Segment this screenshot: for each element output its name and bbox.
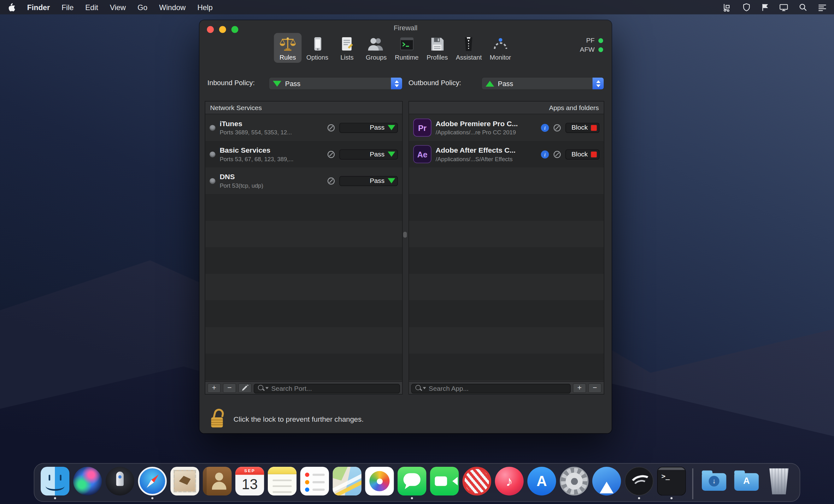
toolbar-monitor[interactable]: Monitor <box>486 33 514 63</box>
app-action-button[interactable]: Block <box>565 123 599 133</box>
dock-photos[interactable] <box>365 467 394 500</box>
firewall-status-icon[interactable] <box>723 3 732 12</box>
toolbar-assistant[interactable]: Assistant <box>453 33 485 63</box>
gauge-icon[interactable] <box>553 150 561 158</box>
dock-app-store[interactable]: A <box>527 467 556 500</box>
dock-notes[interactable] <box>268 467 297 500</box>
apps-header: Apps and folders <box>409 102 604 114</box>
dock-maps[interactable] <box>333 467 361 500</box>
menu-item-view[interactable]: View <box>104 3 132 12</box>
toolbar-lists[interactable]: Lists <box>333 33 361 63</box>
shield-icon[interactable] <box>743 3 750 12</box>
app-action-button[interactable]: Block <box>565 149 599 159</box>
pane-splitter-handle[interactable] <box>403 232 407 238</box>
edit-service-button[interactable] <box>238 383 251 393</box>
gauge-icon[interactable] <box>553 124 561 132</box>
toolbar-profiles[interactable]: Profiles <box>423 33 451 63</box>
firewall-window: Firewall Rules Options Lists <box>199 20 612 433</box>
service-row-basic-services[interactable]: Basic Services Ports 53, 67, 68, 123, 38… <box>205 141 402 168</box>
monitor-icon <box>490 35 511 54</box>
service-action-button[interactable]: Pass <box>339 123 398 133</box>
apple-menu-icon[interactable] <box>7 3 16 12</box>
system-preferences-icon <box>560 467 589 496</box>
app-row-aftereffects[interactable]: Ae Adobe After Effects C... /Application… <box>409 141 604 168</box>
dock-calendar[interactable]: SEP13 <box>235 467 264 500</box>
running-indicator <box>151 497 154 499</box>
dock-terminal[interactable]: >_ <box>657 467 686 500</box>
add-app-button[interactable]: + <box>573 383 586 393</box>
dock-reminders[interactable] <box>300 467 329 500</box>
dock-news[interactable] <box>462 467 491 500</box>
spotlight-icon[interactable] <box>799 3 808 12</box>
info-icon[interactable]: i <box>541 150 549 158</box>
info-icon[interactable]: i <box>541 124 549 132</box>
menu-item-go[interactable]: Go <box>132 3 153 12</box>
inbound-policy-select[interactable]: Pass <box>269 77 403 90</box>
toolbar-rules[interactable]: Rules <box>274 33 302 63</box>
dock-applications-folder[interactable]: A <box>732 467 761 500</box>
afw-status: AFW <box>580 45 603 54</box>
notification-center-icon[interactable] <box>818 3 827 11</box>
calendar-day: 13 <box>235 475 264 494</box>
service-action-button[interactable]: Pass <box>339 176 398 186</box>
menu-item-finder[interactable]: Finder <box>24 3 56 12</box>
dock-mail[interactable] <box>170 467 199 500</box>
app-search-input[interactable] <box>411 384 571 393</box>
unlocked-padlock-icon[interactable] <box>210 407 226 431</box>
dock-facetime[interactable] <box>430 467 459 500</box>
menu-item-edit[interactable]: Edit <box>80 3 104 12</box>
dock-contacts[interactable] <box>203 467 232 500</box>
menu-item-file[interactable]: File <box>56 3 80 12</box>
dock-finder[interactable] <box>41 467 69 500</box>
menu-item-window[interactable]: Window <box>153 3 192 12</box>
service-row-itunes[interactable]: iTunes Ports 3689, 554, 5353, 12... Pass <box>205 114 402 141</box>
display-icon[interactable] <box>779 3 788 12</box>
app-store-icon: A <box>527 467 556 496</box>
contacts-icon <box>203 467 232 496</box>
gauge-icon[interactable] <box>327 150 335 158</box>
assistant-icon <box>456 35 482 54</box>
service-row-dns[interactable]: DNS Port 53(tcp, udp) Pass <box>205 168 402 194</box>
dock-separator <box>693 468 693 499</box>
dock-blue-app[interactable] <box>592 467 621 500</box>
dock-siri[interactable] <box>73 467 102 500</box>
remove-service-button[interactable]: − <box>223 383 236 393</box>
port-search-input[interactable] <box>254 384 400 393</box>
finder-icon <box>41 467 69 496</box>
dock-messages[interactable] <box>397 467 426 500</box>
app-search <box>411 383 571 393</box>
dock-downloads-folder[interactable]: ↓ <box>700 467 728 500</box>
menu-item-help[interactable]: Help <box>192 3 219 12</box>
dock-itunes[interactable]: ♪ <box>495 467 524 500</box>
dock-launchpad[interactable] <box>106 467 134 500</box>
pass-down-triangle-icon <box>273 81 281 86</box>
calendar-icon: SEP13 <box>235 467 264 496</box>
dock-system-preferences[interactable] <box>560 467 589 500</box>
app-row-premiere[interactable]: Pr Adobe Premiere Pro C... /Applications… <box>409 114 604 141</box>
search-icon <box>415 385 421 390</box>
add-service-button[interactable]: + <box>207 383 221 393</box>
notes-icon <box>268 467 297 496</box>
gauge-icon[interactable] <box>327 124 335 132</box>
dock-trash[interactable] <box>765 467 793 500</box>
facetime-icon <box>430 467 459 496</box>
outbound-policy-select[interactable]: Pass <box>481 77 605 90</box>
gauge-icon[interactable] <box>327 177 335 184</box>
blue-app-icon <box>592 467 621 496</box>
afw-status-dot <box>598 47 603 52</box>
dock-safari[interactable] <box>138 467 167 500</box>
toolbar-options[interactable]: Options <box>303 33 331 63</box>
firewall-app-icon <box>624 467 653 496</box>
pf-status: PF <box>580 36 603 45</box>
inbound-policy-label: Inbound Policy: <box>207 79 255 86</box>
dock: SEP13 ♪ A >_ ↓ A <box>34 463 800 502</box>
network-services-pane: Network Services iTunes Ports 3689, 554,… <box>205 101 402 395</box>
toolbar-groups[interactable]: Groups <box>363 33 390 63</box>
block-square-icon <box>591 151 597 157</box>
service-action-button[interactable]: Pass <box>339 149 398 159</box>
outbound-policy-value: Pass <box>498 80 513 87</box>
remove-app-button[interactable]: − <box>588 383 601 393</box>
toolbar-runtime[interactable]: Runtime <box>392 33 422 63</box>
dock-firewall-app[interactable] <box>624 467 653 500</box>
flag-icon[interactable] <box>761 3 769 12</box>
